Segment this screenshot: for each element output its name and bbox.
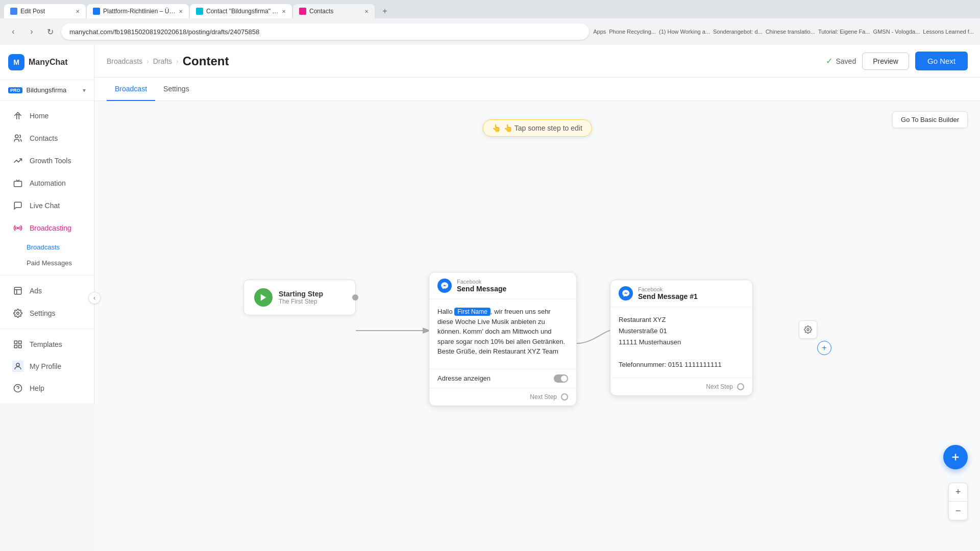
reload-button[interactable]: ↻ (43, 24, 57, 39)
sidebar-item-my-profile[interactable]: My Profile (4, 356, 90, 377)
sidebar-footer: Templates My Profile Help (0, 329, 94, 404)
live-chat-icon (12, 200, 23, 211)
browser-tab-2[interactable]: Plattform-Richtlinien – Übersi... ✕ (87, 4, 189, 18)
bookmark-7[interactable]: Lessons Learned f... (923, 29, 974, 35)
facebook-messenger-icon-1 (437, 279, 452, 293)
svg-rect-1 (14, 181, 22, 187)
sidebar: M ManyChat PRO Bildungsfirma ▾ Home (0, 45, 94, 404)
starting-step-output-dot[interactable] (352, 294, 358, 300)
tab-broadcast[interactable]: Broadcast (107, 78, 155, 101)
svg-rect-8 (14, 345, 17, 348)
node-1-message: Hallo First Name, wir freuen uns sehr di… (437, 307, 568, 357)
contacts-icon (12, 133, 23, 144)
sidebar-item-automation[interactable]: Automation (4, 172, 90, 194)
tab-settings[interactable]: Settings (155, 78, 198, 101)
svg-point-0 (15, 135, 18, 138)
sidebar-account[interactable]: PRO Bildungsfirma ▾ (0, 80, 94, 101)
sidebar-item-broadcasting[interactable]: Broadcasting (4, 217, 90, 239)
go-to-basic-builder-button[interactable]: Go To Basic Builder (892, 111, 968, 128)
saved-check-icon: ✓ (826, 56, 832, 66)
sidebar-collapse-button[interactable]: ‹ (88, 292, 101, 304)
tab-close-1[interactable]: ✕ (76, 9, 80, 14)
tab-favicon-1 (10, 8, 17, 15)
saved-label: Saved (836, 57, 856, 65)
sidebar-item-label-templates: Templates (30, 340, 62, 348)
breadcrumb: Broadcasts › Drafts › Content (107, 54, 229, 68)
send-message-node-1[interactable]: Facebook Send Message Hallo First Name, … (429, 272, 577, 406)
node-1-toggle[interactable] (554, 374, 568, 383)
node-1-header: Facebook Send Message (429, 272, 576, 299)
node-2-next-step-label: Next Step (706, 383, 733, 390)
bookmark-1[interactable]: Phone Recycling... (609, 29, 656, 35)
my-profile-avatar (12, 361, 23, 372)
bookmark-apps[interactable]: Apps (593, 29, 606, 35)
svg-rect-3 (14, 287, 21, 294)
broadcasting-sub-menu: Broadcasts Paid Messages (0, 239, 94, 271)
node-2-add-button[interactable]: + (817, 341, 831, 355)
node-2-next-step-dot[interactable] (737, 383, 744, 390)
zoom-out-button[interactable]: − (949, 502, 967, 520)
browser-tabs: Edit Post ✕ Plattform-Richtlinien – Über… (0, 0, 980, 18)
zoom-in-button[interactable]: + (949, 483, 967, 502)
svg-point-13 (807, 329, 809, 331)
account-name: Bildungsfirma (27, 86, 79, 94)
tab-close-4[interactable]: ✕ (364, 9, 369, 14)
address-bar[interactable] (61, 23, 589, 40)
sidebar-item-contacts[interactable]: Contacts (4, 128, 90, 149)
help-icon (12, 383, 23, 394)
app: M ManyChat PRO Bildungsfirma ▾ Home (0, 45, 980, 551)
sidebar-item-live-chat[interactable]: Live Chat (4, 195, 90, 216)
breadcrumb-sep-1: › (146, 57, 149, 65)
chevron-down-icon: ▾ (83, 87, 86, 94)
tab-close-3[interactable]: ✕ (282, 9, 286, 14)
broadcasts-label: Broadcasts (27, 243, 60, 251)
browser-tab-4[interactable]: Contacts ✕ (293, 4, 375, 18)
bookmark-4[interactable]: Chinese translatio... (766, 29, 815, 35)
browser-tab-3[interactable]: Contact "Bildungsfirma" thro... ✕ (190, 4, 292, 18)
starting-step-node[interactable]: Starting Step The First Step (243, 280, 356, 315)
tab-close-2[interactable]: ✕ (179, 9, 183, 14)
bookmark-6[interactable]: GMSN - Vologda... (873, 29, 920, 35)
sidebar-item-label-automation: Automation (30, 179, 66, 187)
forward-button[interactable]: › (24, 24, 39, 39)
facebook-messenger-icon-2 (619, 286, 633, 300)
tab-favicon-4 (299, 8, 306, 15)
new-tab-button[interactable]: + (376, 4, 394, 18)
breadcrumb-broadcasts[interactable]: Broadcasts (107, 57, 142, 65)
node-1-button-row: Adresse anzeigen (429, 369, 576, 388)
back-button[interactable]: ‹ (6, 24, 20, 39)
node-2-title-block: Facebook Send Message #1 (638, 286, 698, 300)
sidebar-item-label-growth-tools: Growth Tools (30, 157, 71, 165)
sidebar-item-home[interactable]: Home (4, 105, 90, 127)
go-next-button[interactable]: Go Next (915, 52, 968, 70)
sidebar-item-help[interactable]: Help (4, 378, 90, 399)
node-2-body: Restaurant XYZ Musterstraße 01 11111 Mus… (610, 307, 752, 378)
sub-navigation: Broadcast Settings (94, 78, 980, 101)
preview-button[interactable]: Preview (862, 53, 909, 70)
browser-tab-1[interactable]: Edit Post ✕ (4, 4, 86, 18)
sidebar-item-settings[interactable]: Settings (4, 303, 90, 324)
bookmark-5[interactable]: Tutorial: Eigene Fa... (818, 29, 870, 35)
node-2-settings-button[interactable] (799, 320, 817, 339)
sidebar-item-ads[interactable]: Ads (4, 280, 90, 302)
main-content: Broadcasts › Drafts › Content ✓ Saved Pr… (94, 45, 980, 551)
header-actions: ✓ Saved Preview Go Next (826, 52, 968, 70)
breadcrumb-drafts[interactable]: Drafts (153, 57, 172, 65)
send-message-node-2[interactable]: Facebook Send Message #1 Restaurant XYZ … (610, 280, 753, 396)
add-step-fab-button[interactable] (943, 445, 968, 469)
node-1-title-block: Facebook Send Message (457, 279, 506, 293)
sidebar-sub-item-paid-messages[interactable]: Paid Messages (0, 255, 94, 271)
bookmark-2[interactable]: (1) How Working a... (659, 29, 710, 35)
bookmark-3[interactable]: Sonderangebot: d... (713, 29, 763, 35)
sidebar-item-label-home: Home (30, 112, 48, 120)
page-title: Content (183, 54, 229, 68)
node-2-address-line3: 11111 Musterhausen (619, 337, 744, 348)
node-2-phone: Telefonnummer: 0151 1111111111 (619, 359, 744, 370)
sidebar-sub-item-broadcasts[interactable]: Broadcasts (0, 239, 94, 255)
sidebar-item-templates[interactable]: Templates (4, 334, 90, 355)
sidebar-item-label-broadcasting: Broadcasting (30, 224, 71, 232)
sidebar-item-label-ads: Ads (30, 287, 42, 295)
sidebar-item-growth-tools[interactable]: Growth Tools (4, 150, 90, 171)
node-1-next-step-dot[interactable] (561, 393, 568, 400)
svg-rect-7 (19, 345, 21, 348)
